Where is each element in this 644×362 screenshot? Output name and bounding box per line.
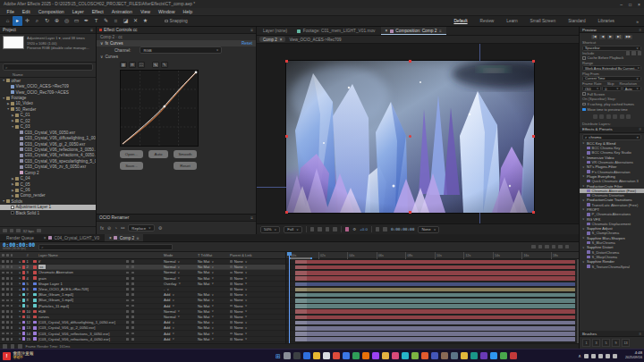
project-search-input[interactable]: ⌕ [3, 63, 93, 71]
video-toggle-icon[interactable] [2, 321, 4, 324]
motion-blur-icon[interactable] [558, 245, 563, 249]
twirl-icon[interactable]: ▼ [2, 97, 6, 100]
checkbox[interactable] [582, 56, 586, 60]
new-folder-icon[interactable] [10, 229, 14, 233]
close-tab-icon[interactable]: × [44, 236, 47, 240]
pickwhip-icon[interactable] [230, 265, 233, 268]
taskbar-app-icon[interactable] [333, 352, 340, 359]
pickwhip-icon[interactable] [230, 338, 233, 341]
switch-icon[interactable] [126, 316, 129, 318]
tab-render-queue[interactable]: Render Queue [2, 234, 38, 241]
align-icon[interactable] [620, 114, 624, 119]
maximize-button[interactable]: □ [629, 2, 631, 7]
align-icon[interactable] [593, 114, 597, 119]
expand-icon[interactable]: ⛶ [138, 62, 145, 68]
taskbar-app-icon[interactable] [313, 352, 320, 359]
layer-switches[interactable] [124, 326, 164, 329]
audio-toggle-icon[interactable] [6, 288, 9, 290]
trkmat-dropdown[interactable]: No Mat∨ [198, 315, 230, 319]
switch-icon[interactable] [131, 265, 134, 268]
switch-icon[interactable] [131, 305, 134, 307]
menu-effect[interactable]: Effect [88, 9, 107, 14]
mic-icon[interactable] [584, 354, 589, 358]
align-icon[interactable] [626, 114, 631, 119]
taskbar-app-icon[interactable] [431, 352, 438, 359]
layer-switches[interactable] [124, 288, 164, 290]
people-icon[interactable] [591, 354, 596, 358]
taskbar-app-icon[interactable] [451, 352, 458, 359]
reset-button[interactable]: Reset [174, 162, 197, 170]
menu-help[interactable]: Help [179, 9, 197, 14]
trkmat-dropdown[interactable]: No Mat∨ [198, 320, 230, 324]
brush-preset[interactable]: 1 [582, 339, 590, 347]
save-button[interactable]: Save... [120, 162, 143, 170]
lock-toggle-icon[interactable] [11, 293, 13, 296]
layer-switches[interactable] [124, 282, 164, 285]
layer-duration-bar[interactable] [295, 288, 575, 292]
rotate-tool-icon[interactable]: ◎ [62, 16, 72, 26]
layer-switches[interactable] [124, 321, 164, 324]
trkmat-dropdown[interactable]: No Mat∨ [198, 265, 230, 269]
layer-duration-bar[interactable] [295, 316, 575, 320]
blend-mode-dropdown[interactable]: Add∨ [164, 325, 198, 330]
blend-mode-dropdown[interactable]: Add∨ [164, 320, 198, 324]
playhead[interactable] [289, 252, 290, 343]
twirl-icon[interactable]: ∨ [581, 141, 586, 145]
twirl-icon[interactable]: ▼ [11, 125, 15, 129]
current-time-block[interactable]: 0:00:00:00 00000 (30.00 fps) [3, 242, 35, 252]
panel-menu-icon[interactable]: ≡ [250, 215, 253, 220]
video-toggle-icon[interactable] [2, 333, 4, 335]
weather-widget[interactable]: ! 雷雨注意報 警戒中 [3, 351, 33, 360]
parent-link-dropdown[interactable]: None∨ [230, 270, 285, 274]
audio-toggle-icon[interactable] [6, 305, 9, 307]
taskbar-app-icon[interactable] [441, 352, 448, 359]
parent-link-dropdown[interactable]: None∨ [230, 309, 285, 314]
layer-duration-bar[interactable] [295, 282, 575, 287]
show-snapshot-icon[interactable] [383, 227, 387, 232]
zoom-tool-icon[interactable]: ⌕ [32, 16, 42, 26]
align-icon[interactable] [613, 114, 617, 119]
tab-effects-presets[interactable]: Effects & Presets [582, 127, 613, 131]
switch-icon[interactable] [126, 293, 129, 296]
twirl-icon[interactable]: ∨ [581, 184, 586, 188]
layer-switches[interactable] [124, 338, 164, 341]
exposure-value[interactable]: +0.0 [360, 227, 368, 232]
blend-mode-dropdown[interactable]: Add∨ [164, 337, 198, 341]
effect-fx-icon[interactable]: fx [100, 225, 104, 231]
menu-file[interactable]: File [3, 9, 18, 14]
panel-menu-icon[interactable]: ≡ [639, 127, 641, 131]
tab-ocio-renamer[interactable]: OCIO Renamer [99, 215, 129, 220]
twirl-icon[interactable]: ∨ [581, 165, 586, 169]
hand-tool-icon[interactable]: ✛ [22, 16, 32, 26]
roto-brush-tool-icon[interactable]: ✕ [131, 16, 140, 26]
audio-toggle-icon[interactable] [6, 265, 9, 268]
snapshot-icon[interactable] [376, 227, 380, 232]
curves-effect-row[interactable]: ∨ fx Curves Reset [97, 40, 256, 46]
video-toggle-icon[interactable] [2, 265, 4, 268]
twirl-icon[interactable]: ▶ [11, 177, 15, 181]
tab-project[interactable]: Project [3, 28, 16, 32]
trkmat-dropdown[interactable]: No Mat∨ [198, 292, 230, 297]
brush-preset[interactable]: 9 [612, 339, 620, 347]
checkbox[interactable] [582, 103, 586, 106]
clear-search-icon[interactable]: × [637, 135, 639, 139]
layer-name[interactable]: V [38, 259, 125, 264]
video-toggle-icon[interactable] [2, 299, 4, 302]
switch-icon[interactable] [131, 282, 134, 285]
taskbar-app-icon[interactable] [461, 352, 468, 359]
trkmat-dropdown[interactable]: No Mat∨ [198, 282, 230, 286]
selection-tool-icon[interactable]: ▸ [13, 16, 22, 26]
layer-duration-bar[interactable] [295, 332, 575, 336]
layer-handle[interactable] [409, 211, 411, 214]
pickwhip-icon[interactable] [230, 305, 233, 307]
lock-toggle-icon[interactable] [11, 277, 13, 280]
layer-switches[interactable] [124, 265, 164, 268]
twirl-icon[interactable]: ∨ [581, 174, 586, 178]
profile-icon[interactable] [598, 354, 603, 358]
reset-effect-link[interactable]: Reset [242, 41, 252, 46]
audio-toggle-icon[interactable] [6, 333, 9, 335]
layer-switches[interactable] [124, 316, 164, 318]
time-ruler[interactable]: 00s02s04s06s08s10s12s14s16s18s [286, 252, 579, 259]
pickwhip-icon[interactable]: ⚯ [121, 225, 124, 231]
last-frame-button[interactable]: ▶▶ [624, 35, 633, 39]
